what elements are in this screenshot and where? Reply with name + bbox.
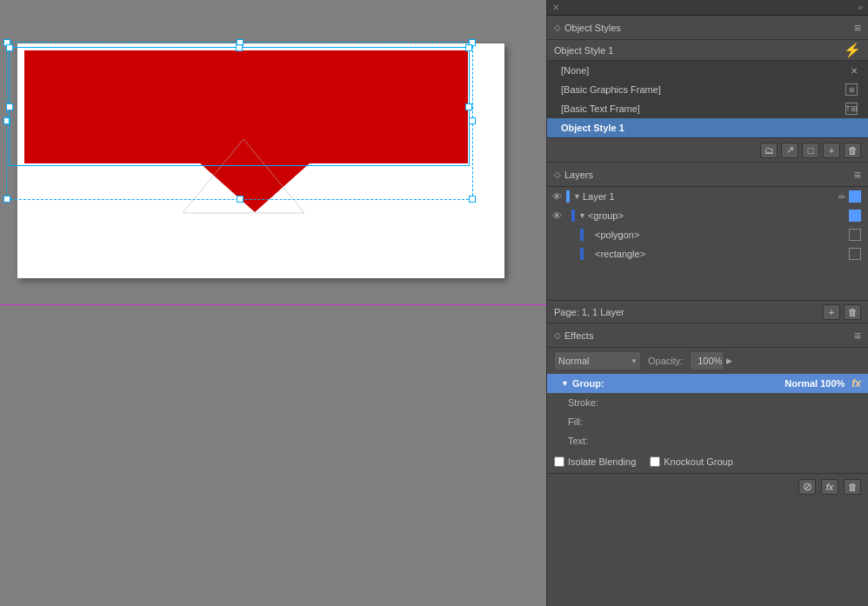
layers-header: ◇ Layers ≡ [547, 163, 868, 187]
add-style-button[interactable]: + [823, 143, 840, 158]
layer1-box-icon [849, 190, 861, 203]
blend-select-wrapper: Normal Multiply Screen Overlay ▼ [554, 351, 641, 370]
rectangle-box-icon [849, 248, 861, 260]
object-styles-panel: ◇ Object Styles ≡ Object Style 1 ⚡ [None… [547, 16, 868, 163]
knockout-group-label: Knockout Group [664, 456, 733, 467]
effects-title-group: ◇ Effects [554, 330, 593, 341]
object-styles-title: Object Styles [564, 23, 621, 33]
canvas-area [0, 0, 546, 606]
triangle-outline-svg [165, 130, 322, 217]
isolate-blending-checkbox-group: Isolate Blending [554, 456, 636, 467]
polygon-color-bar [580, 229, 584, 241]
opacity-arrow-icon[interactable]: ▶ [726, 356, 732, 365]
effects-row-stroke[interactable]: Stroke: [547, 393, 868, 412]
layer1-pencil-icon: ✏ [838, 192, 845, 202]
group-expand-icon[interactable]: ▼ [578, 211, 586, 220]
group-expand-arrow: ▼ [561, 379, 569, 388]
right-panel: ✕ » ◇ Object Styles ≡ Object Style 1 ⚡ [… [546, 0, 868, 606]
opacity-label: Opacity: [648, 356, 683, 366]
delete-layer-button[interactable]: 🗑 [844, 304, 861, 320]
knockout-group-checkbox-group: Knockout Group [650, 456, 733, 467]
rectangle-color-bar [580, 248, 584, 260]
layer-item-layer1[interactable]: 👁 ▼ Layer 1 ✏ [547, 187, 868, 206]
effects-body: Normal Multiply Screen Overlay ▼ Opacity… [547, 348, 868, 473]
polygon-box-icon [849, 229, 861, 241]
layers-page-info: Page: 1, 1 Layer [554, 307, 624, 317]
folder-button[interactable]: 🗂 [760, 143, 778, 158]
layer1-eye-icon[interactable]: 👁 [547, 191, 566, 202]
svg-marker-0 [183, 139, 304, 213]
delete-effect-button[interactable]: 🗑 [844, 479, 861, 495]
object-styles-menu-icon[interactable]: ≡ [854, 21, 861, 35]
knockout-group-checkbox[interactable] [650, 456, 660, 467]
effects-header: ◇ Effects ≡ [547, 323, 868, 348]
object-styles-title-group: ◇ Object Styles [554, 23, 621, 33]
delete-style-button[interactable]: 🗑 [844, 143, 861, 158]
effects-panel: ◇ Effects ≡ Normal Multiply Screen Overl… [547, 323, 868, 606]
group-box-icon [849, 210, 861, 222]
style-item-basic-graphics[interactable]: [Basic Graphics Frame] ⊞ [547, 80, 868, 99]
lightning-icon[interactable]: ⚡ [844, 42, 861, 58]
group-color-bar [571, 210, 575, 222]
polygon-name: <polygon> [595, 230, 849, 240]
none-x-icon: ✕ [851, 66, 858, 76]
layers-scroll-area: 👁 ▼ Layer 1 ✏ 👁 ▼ <group> 👁 [547, 187, 868, 300]
effects-menu-icon[interactable]: ≡ [854, 329, 861, 343]
text-frame-icon: T⊞ [845, 103, 858, 115]
effects-footer: ⊘ fx 🗑 [547, 473, 868, 499]
group-name: <group> [588, 210, 849, 221]
opacity-input[interactable] [690, 351, 724, 370]
layer-item-polygon[interactable]: 👁 ▶ <polygon> [547, 225, 868, 244]
rectangle-name: <rectangle> [595, 249, 849, 259]
effects-row-group[interactable]: ▼ Group: Normal 100% fx [547, 374, 868, 393]
effects-title: Effects [564, 330, 593, 341]
layer1-name: Layer 1 [583, 191, 838, 202]
checkbox-row: Isolate Blending Knockout Group [547, 450, 868, 473]
isolate-blending-checkbox[interactable] [554, 456, 564, 467]
add-layer-button[interactable]: + [823, 304, 840, 320]
rectangle-eye-icon: 👁 [547, 249, 566, 259]
blend-row: Normal Multiply Screen Overlay ▼ Opacity… [547, 348, 868, 374]
opacity-value-group: ▶ [690, 351, 732, 370]
layers-footer: Page: 1, 1 Layer + 🗑 [547, 300, 868, 323]
object-styles-header: ◇ Object Styles ≡ [547, 16, 868, 40]
layers-title: Layers [564, 170, 593, 180]
object-style-1-label: Object Style 1 [554, 45, 613, 56]
style-item-basic-text[interactable]: [Basic Text Frame] T⊞ [547, 99, 868, 118]
layer-item-rectangle[interactable]: 👁 ▶ <rectangle> [547, 244, 868, 263]
style-list: [None] ✕ [Basic Graphics Frame] ⊞ [Basic… [547, 61, 868, 137]
load-button[interactable]: ↗ [781, 143, 798, 158]
new-style-button[interactable]: □ [802, 143, 819, 158]
graphics-frame-icon: ⊞ [845, 83, 858, 96]
styles-toolbar: 🗂 ↗ □ + 🗑 [547, 137, 868, 162]
style-item-object-style-1[interactable]: Object Style 1 [547, 118, 868, 137]
clear-effects-button[interactable]: ⊘ [798, 479, 816, 495]
layers-menu-icon[interactable]: ≡ [854, 168, 861, 182]
blend-mode-select[interactable]: Normal Multiply Screen Overlay [554, 351, 641, 370]
polygon-eye-icon: 👁 [547, 230, 566, 240]
isolate-blending-label: Isolate Blending [568, 456, 636, 467]
layer1-expand-icon[interactable]: ▼ [573, 192, 581, 201]
diamond-icon: ◇ [554, 23, 561, 32]
layers-title-group: ◇ Layers [554, 170, 593, 180]
close-icon[interactable]: ✕ [552, 3, 559, 12]
group-eye-icon[interactable]: 👁 [547, 210, 566, 221]
style-item-none[interactable]: [None] ✕ [547, 61, 868, 80]
layers-panel: ◇ Layers ≡ 👁 ▼ Layer 1 ✏ 👁 ▼ <group> [547, 163, 868, 323]
effects-row-text[interactable]: Text: [547, 431, 868, 450]
layers-footer-buttons: + 🗑 [823, 304, 861, 320]
layer1-color-bar [566, 190, 570, 203]
effects-diamond-icon: ◇ [554, 330, 561, 340]
layer-item-group[interactable]: 👁 ▼ <group> [547, 206, 868, 225]
top-bar: ✕ » [547, 0, 868, 16]
layers-diamond-icon: ◇ [554, 170, 561, 179]
effects-row-fill[interactable]: Fill: [547, 412, 868, 431]
collapse-icon[interactable]: » [858, 3, 863, 12]
white-canvas [17, 43, 504, 278]
fx-button[interactable]: fx [821, 479, 838, 495]
